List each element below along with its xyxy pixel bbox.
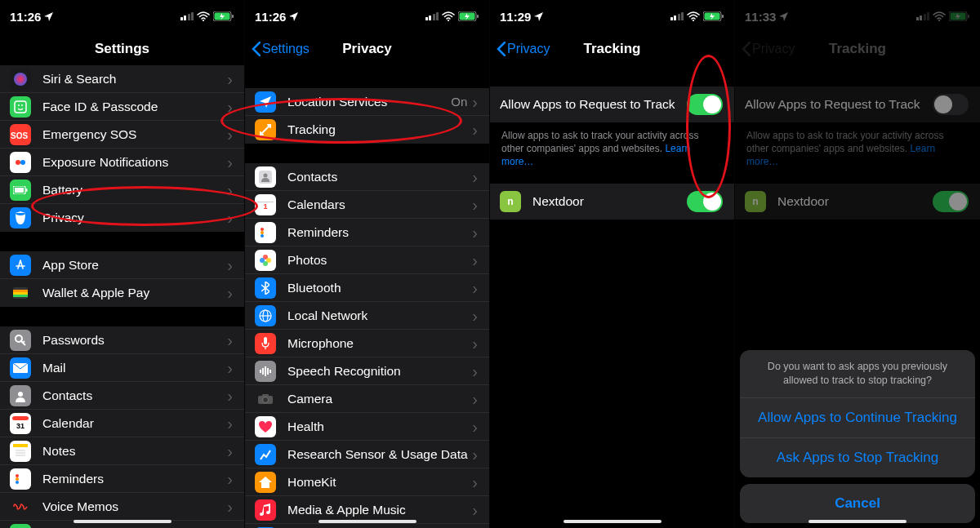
phone-icon (10, 524, 31, 528)
row-label: Emergency SOS (42, 127, 227, 142)
row-label: Reminders (42, 472, 227, 486)
nav-title: Tracking (584, 41, 641, 57)
settings-row[interactable]: Voice Memos› (0, 493, 244, 521)
svg-point-31 (16, 477, 19, 481)
svg-point-62 (693, 20, 694, 21)
camera-icon (255, 388, 276, 410)
svg-point-20 (18, 392, 23, 397)
svg-text:1: 1 (263, 202, 267, 211)
settings-row[interactable]: Privacy› (0, 204, 244, 232)
svg-rect-61 (262, 394, 269, 397)
settings-row[interactable]: Contacts› (0, 382, 244, 410)
location-arrow-icon (44, 12, 53, 21)
back-button[interactable]: Privacy (497, 42, 550, 56)
tracking-app-row: nNextdoor (735, 184, 980, 220)
location-icon (255, 91, 276, 113)
allow-tracking-label: Allow Apps to Request to Track (500, 97, 687, 112)
settings-row[interactable]: Mail› (0, 354, 244, 382)
settings-row[interactable]: Wallet & Apple Pay› (0, 279, 244, 307)
settings-row[interactable]: 31Calendar› (0, 410, 244, 437)
settings-row[interactable]: Files and Folders› (245, 524, 489, 528)
settings-row[interactable]: Location ServicesOn› (245, 88, 489, 116)
home-indicator[interactable] (318, 520, 416, 523)
app-toggle[interactable] (687, 191, 723, 212)
wifi-icon (197, 11, 210, 21)
settings-row[interactable]: HomeKit› (245, 468, 489, 496)
settings-row[interactable]: Face ID & Passcode› (0, 93, 244, 121)
homekit-icon (255, 472, 276, 493)
settings-row[interactable]: Passwords› (0, 326, 244, 354)
svg-rect-15 (13, 290, 28, 292)
svg-rect-2 (232, 15, 234, 18)
settings-row[interactable]: Reminders› (245, 219, 489, 246)
row-label: Contacts (287, 170, 472, 184)
settings-row[interactable]: Research Sensor & Usage Data› (245, 441, 489, 468)
tracking-app-row: nNextdoor (490, 184, 734, 220)
settings-row[interactable]: App Store› (0, 251, 244, 279)
allow-tracking-toggle[interactable] (933, 94, 969, 115)
home-indicator[interactable] (564, 520, 662, 523)
svg-point-60 (263, 397, 269, 402)
app-toggle[interactable] (933, 191, 969, 212)
svg-rect-13 (15, 188, 24, 193)
wifi-icon (442, 11, 455, 21)
svg-rect-22 (12, 416, 29, 420)
privacy-icon (10, 207, 31, 229)
back-button[interactable]: Settings (252, 42, 310, 56)
settings-row[interactable]: Health› (245, 413, 489, 441)
settings-row[interactable]: 1Calendars› (245, 191, 489, 219)
allow-tracking-row: Allow Apps to Request to Track (735, 87, 980, 122)
svg-point-7 (21, 104, 23, 106)
settings-row[interactable]: Speech Recognition› (245, 357, 489, 385)
localnet-icon (255, 305, 276, 326)
settings-row[interactable]: Local Network› (245, 302, 489, 330)
settings-row[interactable]: Reminders› (0, 465, 244, 493)
svg-text:31: 31 (16, 422, 24, 430)
row-label: Reminders (287, 225, 472, 240)
media-icon (255, 499, 276, 521)
home-indicator[interactable] (74, 520, 172, 523)
svg-rect-25 (13, 444, 28, 447)
row-label: Wallet & Apple Pay (42, 286, 227, 300)
settings-row[interactable]: Tracking› (245, 116, 489, 144)
passwords-icon (10, 330, 31, 351)
settings-row[interactable]: Microphone› (245, 330, 489, 357)
settings-row[interactable]: Siri & Search› (0, 65, 244, 93)
svg-rect-57 (267, 368, 269, 375)
settings-row[interactable]: Contacts› (245, 163, 489, 191)
photos-icon (255, 250, 276, 271)
settings-row[interactable]: Battery› (0, 176, 244, 204)
contacts2-icon (255, 166, 276, 188)
faceid-icon (10, 96, 31, 118)
row-label: Mail (42, 361, 227, 375)
voicememos-icon (10, 496, 31, 517)
row-label: Media & Apple Music (287, 503, 472, 517)
settings-row[interactable]: Bluetooth› (245, 274, 489, 302)
reminders-icon (10, 468, 31, 490)
nav-bar: Settings (0, 33, 244, 65)
health-icon (255, 416, 276, 437)
home-indicator[interactable] (808, 520, 906, 523)
svg-point-43 (261, 228, 264, 231)
settings-row[interactable]: Camera› (245, 385, 489, 413)
svg-rect-55 (262, 368, 264, 375)
signal-icon (425, 12, 439, 20)
settings-row[interactable]: SOSEmergency SOS› (0, 121, 244, 149)
settings-row[interactable]: Exposure Notifications› (0, 149, 244, 176)
calendar-icon: 31 (10, 413, 31, 434)
microphone-icon (255, 333, 276, 354)
allow-tracking-toggle[interactable] (687, 94, 723, 115)
svg-point-32 (16, 481, 19, 484)
location-arrow-icon (289, 12, 298, 21)
app-label: Nextdoor (777, 194, 933, 209)
signal-icon (670, 12, 684, 20)
svg-rect-35 (477, 15, 479, 18)
settings-row[interactable]: Notes› (0, 437, 244, 465)
svg-point-4 (14, 73, 27, 86)
tracking-footnote: Allow apps to ask to track your activity… (490, 122, 734, 169)
exposure-icon (10, 152, 31, 173)
settings-row[interactable]: Photos› (245, 246, 489, 274)
reminders2-icon (255, 222, 276, 243)
row-label: Local Network (287, 308, 472, 323)
row-label: Contacts (42, 388, 227, 403)
